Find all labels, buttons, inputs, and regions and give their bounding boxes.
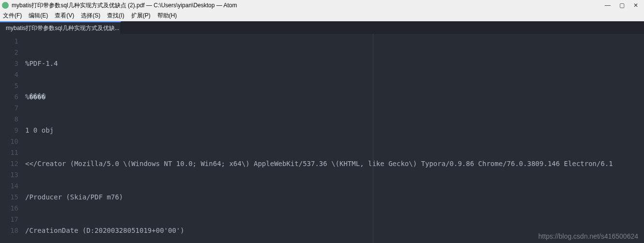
menu-packages[interactable]: 扩展(P) (131, 12, 151, 20)
code-line: %���� (25, 91, 644, 103)
gutter: 1 2 3 4 5 6 7 8 9 10 11 12 13 14 15 16 1… (0, 34, 25, 243)
code-area[interactable]: %PDF-1.4 %���� 1 0 obj <</Creator (Mozil… (25, 34, 644, 243)
menu-edit[interactable]: 编辑(E) (29, 12, 48, 20)
menu-help[interactable]: 帮助(H) (157, 12, 177, 20)
line-number: 5 (0, 80, 25, 91)
line-number: 7 (0, 103, 25, 114)
line-number: 4 (0, 69, 25, 80)
line-number: 17 (0, 214, 25, 225)
line-number: 6 (0, 91, 25, 103)
window-title: mybatis打印带参数sql几种实现方式及优缺点 (2).pdf — C:\U… (12, 1, 237, 10)
close-button[interactable]: ✕ (633, 2, 638, 9)
line-number: 3 (0, 58, 25, 69)
line-number: 16 (0, 203, 25, 214)
watermark: https://blog.csdn.net/s416500624 (538, 232, 638, 240)
line-number: 8 (0, 114, 25, 125)
line-number: 15 (0, 192, 25, 203)
maximize-button[interactable]: ▢ (619, 2, 625, 9)
menu-find[interactable]: 查找(I) (107, 12, 124, 20)
editor[interactable]: 1 2 3 4 5 6 7 8 9 10 11 12 13 14 15 16 1… (0, 34, 644, 243)
menu-select[interactable]: 选择(S) (81, 12, 100, 20)
line-number: 12 (0, 158, 25, 169)
line-number: 2 (0, 47, 25, 58)
line-number: 18 (0, 225, 25, 236)
code-line: <</Creator (Mozilla/5.0 \(Windows NT 10.… (25, 158, 644, 169)
menu-file[interactable]: 文件(F) (3, 12, 22, 20)
line-number: 9 (0, 125, 25, 136)
titlebar: mybatis打印带参数sql几种实现方式及优缺点 (2).pdf — C:\U… (0, 0, 644, 11)
line-number: 1 (0, 36, 25, 47)
line-number: 11 (0, 147, 25, 158)
tabbar: mybatis打印带参数sql几种实现方式及优缺... (0, 21, 644, 34)
wrap-guide (373, 34, 373, 243)
code-line: 1 0 obj (25, 125, 644, 136)
menu-view[interactable]: 查看(V) (55, 12, 74, 20)
code-line: /Producer (Skia/PDF m76) (25, 192, 644, 203)
line-number: 13 (0, 169, 25, 181)
line-number: 14 (0, 181, 25, 192)
minimize-button[interactable]: — (605, 2, 611, 9)
tab-label: mybatis打印带参数sql几种实现方式及优缺... (6, 24, 120, 32)
tab-active[interactable]: mybatis打印带参数sql几种实现方式及优缺... (0, 21, 121, 34)
code-line: %PDF-1.4 (25, 58, 644, 69)
app-icon (2, 2, 9, 9)
menubar: 文件(F) 编辑(E) 查看(V) 选择(S) 查找(I) 扩展(P) 帮助(H… (0, 11, 644, 21)
window-controls: — ▢ ✕ (605, 2, 642, 9)
line-number: 10 (0, 136, 25, 147)
